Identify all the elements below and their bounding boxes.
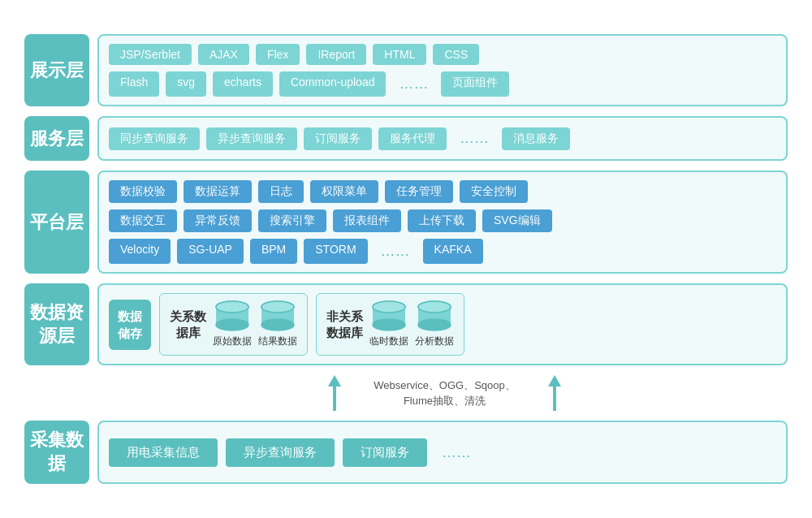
temp-data-db: 临时数据 [369,300,408,348]
raw-data-label: 原始数据 [213,335,252,348]
non-relational-db-label: 非关系 数据库 [326,309,363,340]
collect-dots: …… [435,440,477,465]
tag-css: CSS [433,44,479,65]
svg-point-7 [261,301,294,313]
analysis-data-label: 分析数据 [415,335,454,348]
tag-search: 搜索引擎 [258,209,326,232]
service-layer-label: 服务层 [24,116,89,161]
temp-data-label: 临时数据 [369,335,408,348]
platform-row1: 数据校验 数据运算 日志 权限菜单 任务管理 安全控制 [109,180,776,203]
platform-layer-row: 平台层 数据校验 数据运算 日志 权限菜单 任务管理 安全控制 数据交互 异常反… [24,171,788,274]
left-arrow [328,375,341,411]
temp-data-db-icon [369,300,408,331]
platform-layer-label: 平台层 [24,171,89,274]
svg-point-15 [418,301,451,313]
tag-data-interact: 数据交互 [109,209,177,232]
arrow-row: Webservice、OGG、Sqoop、 Flume抽取、清洗 [24,375,788,411]
svg-point-11 [373,301,405,313]
relational-db-group: 关系数 据库 原始数据 [159,293,308,356]
tag-task-mgmt: 任务管理 [385,180,453,203]
tag-data-compute: 数据运算 [184,180,252,203]
svg-point-14 [418,319,451,330]
platform-row2: 数据交互 异常反馈 搜索引擎 报表组件 上传下载 SVG编辑 [109,209,776,232]
architecture-diagram: 展示层 JSP/Serblet AJAX Flex IReport HTML C… [16,18,796,499]
display-row1: JSP/Serblet AJAX Flex IReport HTML CSS [109,44,776,65]
tag-data-verify: 数据校验 [109,180,177,203]
data-store-label: 数据 储存 [109,300,151,350]
analysis-data-db: 分析数据 [415,300,454,348]
right-arrow-head [548,375,561,386]
tag-ireport: IReport [306,44,366,65]
tag-bpm: BPM [250,239,297,264]
tag-svg-edit: SVG编辑 [482,209,552,232]
tag-message-service: 消息服务 [502,127,570,150]
left-arrow-head [328,375,341,386]
tag-collect-subscribe: 订阅服务 [343,438,427,467]
svg-point-3 [216,301,248,313]
tag-html: HTML [373,44,426,65]
tag-exception: 异常反馈 [184,209,252,232]
platform-row3: Velocity SG-UAP BPM STORM …… KAFKA [109,239,776,264]
tag-sg-uap: SG-UAP [177,239,244,264]
data-resource-layer-label: 数据资源层 [24,283,89,365]
left-arrow-shaft [333,386,336,411]
tag-storm: STORM [304,239,367,264]
right-arrow-shaft [553,386,556,411]
collect-layer-row: 采集数据 用电采集信息 异步查询服务 订阅服务 …… [24,421,788,483]
result-data-label: 结果数据 [258,335,297,348]
platform-layer-content: 数据校验 数据运算 日志 权限菜单 任务管理 安全控制 数据交互 异常反馈 搜索… [97,171,788,274]
svg-point-2 [216,319,248,330]
result-data-db-icon [258,300,297,331]
tag-security: 安全控制 [460,180,528,203]
data-resource-content: 数据 储存 关系数 据库 原始数据 [97,283,788,365]
platform-dots: …… [374,239,417,264]
tag-svg: svg [166,71,206,97]
non-relational-db-group: 非关系 数据库 临时数据 [316,293,464,356]
tag-perm-menu: 权限菜单 [310,180,378,203]
svg-point-10 [373,319,405,330]
raw-data-db: 原始数据 [213,300,252,348]
display-layer-label: 展示层 [24,34,89,106]
collect-layer-content: 用电采集信息 异步查询服务 订阅服务 …… [97,421,788,483]
display-layer-row: 展示层 JSP/Serblet AJAX Flex IReport HTML C… [24,34,788,106]
result-data-db: 结果数据 [258,300,297,348]
tag-sync-query: 同步查询服务 [109,127,200,150]
service-layer-row: 服务层 同步查询服务 异步查询服务 订阅服务 服务代理 …… 消息服务 [24,116,788,161]
tag-async-query: 异步查询服务 [206,127,297,150]
tag-jsp: JSP/Serblet [109,44,192,65]
right-arrow [548,375,561,411]
tag-report: 报表组件 [333,209,401,232]
tag-collect-async-query: 异步查询服务 [226,438,335,467]
display-layer-content: JSP/Serblet AJAX Flex IReport HTML CSS F… [97,34,788,106]
tag-electricity-collect: 用电采集信息 [109,438,218,467]
arrow-area: Webservice、OGG、Sqoop、 Flume抽取、清洗 [102,375,788,411]
display-row2: Flash svg echarts Common-upload …… 页面组件 [109,71,776,97]
arrow-description: Webservice、OGG、Sqoop、 Flume抽取、清洗 [357,378,532,409]
tag-common-upload: Common-upload [279,71,387,97]
tag-velocity: Velocity [109,239,171,264]
relational-db-label: 关系数 据库 [170,309,206,340]
service-dots: …… [453,126,495,151]
svg-point-6 [261,319,294,330]
tag-echarts: echarts [213,71,273,97]
collect-layer-label: 采集数据 [24,421,89,483]
tag-flex: Flex [256,44,300,65]
analysis-data-db-icon [415,300,454,331]
tag-upload-download: 上传下载 [408,209,476,232]
tag-page-component: 页面组件 [441,71,509,97]
service-layer-content: 同步查询服务 异步查询服务 订阅服务 服务代理 …… 消息服务 [97,116,788,161]
tag-service-proxy: 服务代理 [378,127,447,150]
tag-kafka: KAFKA [423,239,483,264]
tag-flash: Flash [109,71,159,97]
display-dots: …… [392,71,434,97]
tag-log: 日志 [258,180,304,203]
raw-data-db-icon [213,300,252,331]
data-resource-layer-row: 数据资源层 数据 储存 关系数 据库 原始数据 [24,283,788,365]
tag-ajax: AJAX [198,44,249,65]
tag-subscribe: 订阅服务 [304,127,372,150]
